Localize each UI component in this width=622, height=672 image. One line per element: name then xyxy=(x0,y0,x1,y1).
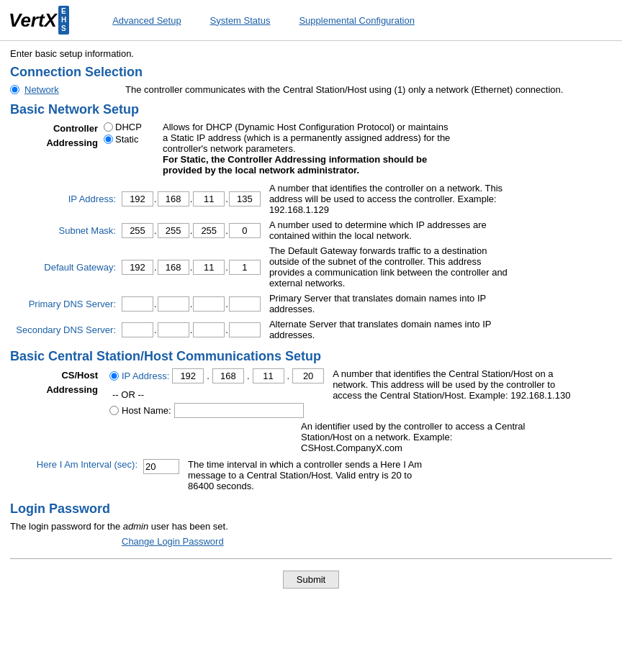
addressing-desc-1: Allows for DHCP (Dynamic Host Configurat… xyxy=(163,122,450,154)
gw-octet2[interactable] xyxy=(158,260,189,275)
gw-octet4[interactable] xyxy=(229,260,261,275)
connection-selection-title: Connection Selection xyxy=(10,65,612,80)
pdns-octet3[interactable] xyxy=(193,296,225,312)
ip-address-row: IP Address: . . . A number that identifi… xyxy=(10,183,612,215)
interval-row: Here I Am Interval (sec): The time inter… xyxy=(10,459,612,491)
addressing-radios: DHCP Static xyxy=(104,122,156,145)
logo-box: E H S xyxy=(58,6,69,35)
subnet-mask-row: Subnet Mask: . . . A number used to dete… xyxy=(10,219,612,241)
subnet-octet4[interactable] xyxy=(229,223,261,238)
host-name-row: Host Name: xyxy=(109,403,324,418)
cs-ip-dot2: . xyxy=(247,371,250,381)
primary-dns-label: Primary DNS Server: xyxy=(10,299,122,309)
gw-octet3[interactable] xyxy=(193,260,225,275)
sdns-octet3[interactable] xyxy=(193,322,225,337)
cs-ip-radio[interactable] xyxy=(109,371,119,381)
cs-host-middle: IP Address: . . . -- OR -- Host Name: xyxy=(109,368,324,418)
advanced-setup-link[interactable]: Advanced Setup xyxy=(112,15,181,26)
ip-octet1[interactable] xyxy=(122,191,153,206)
interval-input[interactable] xyxy=(143,459,179,474)
cs-ip-row: IP Address: . . . xyxy=(109,368,324,383)
hostname-desc-row: An identifier used by the controller to … xyxy=(10,421,612,453)
ip-address-desc: A number that identifies the controller … xyxy=(269,183,514,215)
subnet-octet1[interactable] xyxy=(122,223,153,238)
ip-address-fields: . . . xyxy=(122,191,261,206)
cs-ip-dot3: . xyxy=(287,371,290,381)
hostname-desc: An identifier used by the controller to … xyxy=(301,421,546,453)
connection-network-desc: The controller communicates with the Cen… xyxy=(125,84,563,95)
basic-network-setup-title: Basic Network Setup xyxy=(10,102,612,117)
system-status-link[interactable]: System Status xyxy=(210,15,271,26)
controller-addressing-block: ControllerAddressing DHCP Static Allows … xyxy=(10,122,612,176)
static-radio[interactable] xyxy=(104,135,113,144)
gw-octet1[interactable] xyxy=(122,260,153,275)
connection-network-radio[interactable] xyxy=(10,85,19,94)
ip-octet2[interactable] xyxy=(158,191,189,206)
default-gateway-row: Default Gateway: . . . The Default Gatew… xyxy=(10,245,612,289)
subnet-octet2[interactable] xyxy=(158,223,189,238)
cs-ip-desc: A number that identifies the Central Sta… xyxy=(333,368,577,401)
login-password-text: The login password for the admin user ha… xyxy=(10,521,612,532)
secondary-dns-row: Secondary DNS Server: . . . Alternate Se… xyxy=(10,319,612,340)
cs-hostname-input[interactable] xyxy=(174,403,304,418)
cs-ip-octet3[interactable] xyxy=(253,368,284,383)
main-content: Enter basic setup information. Connectio… xyxy=(0,41,622,607)
cs-hostname-label: Host Name: xyxy=(122,405,171,416)
submit-button[interactable]: Submit xyxy=(283,571,339,589)
cs-ip-octet1[interactable] xyxy=(172,368,204,383)
subnet-octet3[interactable] xyxy=(193,223,225,238)
subnet-mask-fields: . . . xyxy=(122,223,261,238)
nav: Advanced Setup System Status Supplementa… xyxy=(112,15,415,26)
login-password-title: Login Password xyxy=(10,501,612,517)
basic-network-setup-section: Basic Network Setup ControllerAddressing… xyxy=(10,102,612,340)
sdns-octet4[interactable] xyxy=(229,322,261,337)
submit-row: Submit xyxy=(10,566,612,600)
dhcp-text: DHCP xyxy=(115,122,142,132)
secondary-dns-fields: . . . xyxy=(122,322,261,337)
subnet-mask-label: Subnet Mask: xyxy=(10,225,122,236)
header: VertX E H S Advanced Setup System Status… xyxy=(0,0,622,41)
login-password-section: Login Password The login password for th… xyxy=(10,501,612,547)
connection-selection-section: Connection Selection Network The control… xyxy=(10,65,612,95)
interval-input-wrapper xyxy=(143,459,179,474)
logo-box-line2: H xyxy=(61,16,66,24)
primary-dns-desc: Primary Server that translates domain na… xyxy=(269,293,514,314)
connection-network-label: Network xyxy=(10,84,125,95)
sdns-octet2[interactable] xyxy=(158,322,189,337)
sdns-octet1[interactable] xyxy=(122,322,153,337)
secondary-dns-desc: Alternate Server that translates domain … xyxy=(269,319,514,340)
cs-ip-octet2[interactable] xyxy=(212,368,244,383)
change-login-password-link[interactable]: Change Login Password xyxy=(122,536,224,547)
controller-addressing-label: ControllerAddressing xyxy=(10,122,104,150)
connection-row: Network The controller communicates with… xyxy=(10,84,612,95)
supplemental-configuration-link[interactable]: Supplemental Configuration xyxy=(299,15,414,26)
logo-box-line1: E xyxy=(61,7,66,16)
logo-box-line3: S xyxy=(61,24,66,33)
secondary-dns-label: Secondary DNS Server: xyxy=(10,324,122,335)
primary-dns-row: Primary DNS Server: . . . Primary Server… xyxy=(10,293,612,314)
static-label[interactable]: Static xyxy=(104,134,156,145)
logo-text: VertX xyxy=(9,9,57,32)
primary-dns-fields: . . . xyxy=(122,296,261,312)
pdns-octet2[interactable] xyxy=(158,296,189,312)
divider xyxy=(10,558,612,559)
cs-hostname-radio[interactable] xyxy=(109,406,119,415)
dhcp-radio[interactable] xyxy=(104,122,113,132)
addressing-description: Allows for DHCP (Dynamic Host Configurat… xyxy=(163,122,451,176)
pdns-octet1[interactable] xyxy=(122,296,153,312)
logo: VertX E H S xyxy=(9,6,69,35)
ip-octet3[interactable] xyxy=(193,191,225,206)
ip-octet4[interactable] xyxy=(229,191,261,206)
dhcp-label[interactable]: DHCP xyxy=(104,122,156,132)
pdns-octet4[interactable] xyxy=(229,296,261,312)
default-gateway-desc: The Default Gateway forwards traffic to … xyxy=(269,245,514,289)
cs-ip-octet4[interactable] xyxy=(292,368,324,383)
default-gateway-fields: . . . xyxy=(122,260,261,275)
cs-host-addressing-label: CS/HostAddressing xyxy=(10,368,104,396)
addressing-right: DHCP Static Allows for DHCP (Dynamic Hos… xyxy=(104,122,451,176)
subnet-mask-desc: A number used to determine which IP addr… xyxy=(269,219,514,241)
cs-host-row: CS/HostAddressing IP Address: . . . -- O… xyxy=(10,368,612,418)
addressing-desc-2: For Static, the Controller Addressing in… xyxy=(163,154,427,176)
interval-label: Here I Am Interval (sec): xyxy=(10,459,143,470)
or-line: -- OR -- xyxy=(112,389,324,400)
